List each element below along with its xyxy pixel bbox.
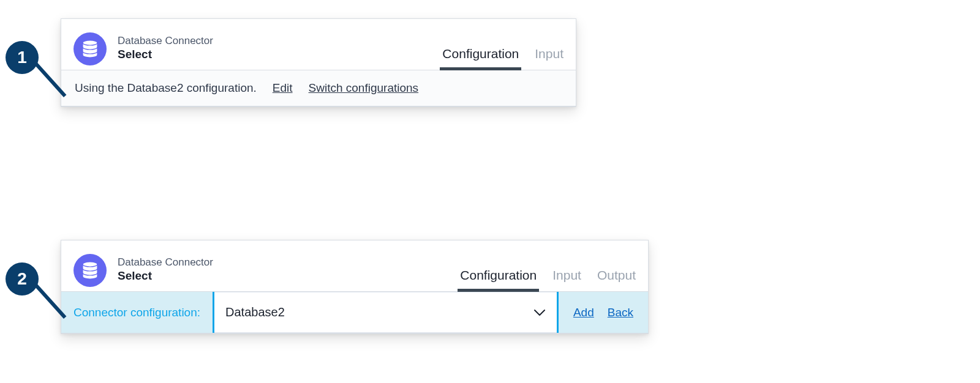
connector-config-value: Database2 xyxy=(225,305,285,319)
config-status-text: Using the Database2 configuration. xyxy=(75,81,257,95)
panel-header: Database Connector Select Configuration … xyxy=(61,19,576,70)
tab-output[interactable]: Output xyxy=(597,268,636,291)
connector-title-block: Database Connector Select xyxy=(118,256,213,284)
connector-name: Select xyxy=(118,47,213,62)
tabs: Configuration Input Output xyxy=(460,249,636,291)
connector-config-row: Connector configuration: Database2 Add B… xyxy=(61,292,648,333)
panel-header: Database Connector Select Configuration … xyxy=(61,240,648,292)
database-icon xyxy=(74,32,107,65)
tab-configuration[interactable]: Configuration xyxy=(442,46,519,70)
tab-input[interactable]: Input xyxy=(552,268,581,291)
callout-number: 2 xyxy=(17,269,27,289)
back-link[interactable]: Back xyxy=(608,306,633,319)
tab-configuration[interactable]: Configuration xyxy=(460,268,537,291)
connector-config-actions: Add Back xyxy=(557,292,648,333)
chevron-down-icon xyxy=(533,305,546,319)
callout-number: 1 xyxy=(17,48,27,67)
add-link[interactable]: Add xyxy=(573,306,594,319)
connector-name: Select xyxy=(118,269,213,284)
connector-panel-2: Database Connector Select Configuration … xyxy=(61,240,649,334)
connector-config-label: Connector configuration: xyxy=(61,292,214,333)
tab-input[interactable]: Input xyxy=(535,46,564,70)
callout-badge-2: 2 xyxy=(6,262,39,296)
switch-configurations-link[interactable]: Switch configurations xyxy=(309,81,419,95)
connector-kicker: Database Connector xyxy=(118,256,213,269)
connector-kicker: Database Connector xyxy=(118,35,213,47)
edit-link[interactable]: Edit xyxy=(273,81,293,95)
connector-config-select[interactable]: Database2 xyxy=(214,292,557,333)
connector-title-block: Database Connector Select xyxy=(118,35,213,62)
database-icon xyxy=(74,254,107,287)
tabs: Configuration Input xyxy=(442,28,564,70)
config-status-bar: Using the Database2 configuration. Edit … xyxy=(61,70,576,106)
connector-panel-1: Database Connector Select Configuration … xyxy=(61,18,576,107)
callout-badge-1: 1 xyxy=(6,41,39,74)
